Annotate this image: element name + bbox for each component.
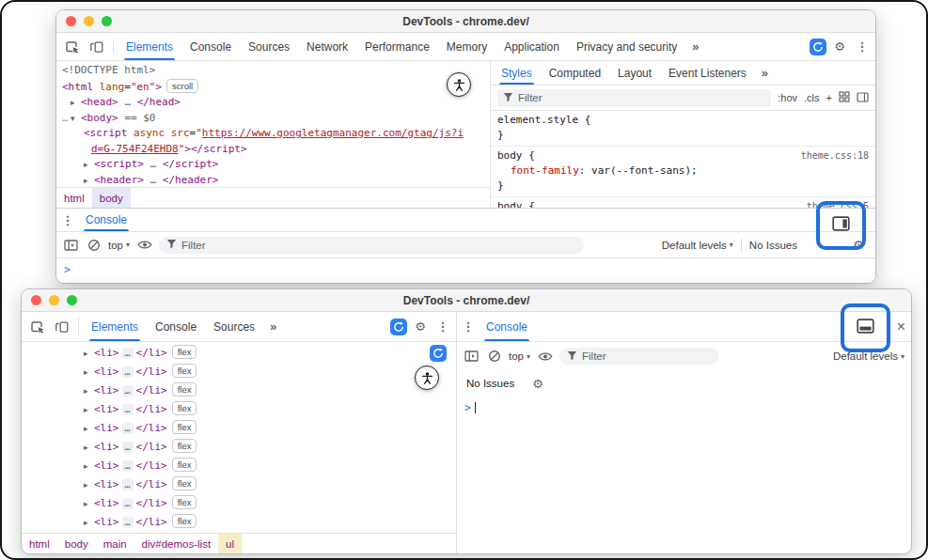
flex-badge[interactable]: flex xyxy=(172,514,197,528)
kebab-menu-icon[interactable]: ⋮ xyxy=(433,319,452,334)
expand-arrow-icon[interactable]: ▸ xyxy=(84,382,94,400)
tab-sources[interactable]: Sources xyxy=(205,312,263,341)
close-icon[interactable]: × xyxy=(897,319,905,334)
tab-elements[interactable]: Elements xyxy=(118,33,181,60)
breadcrumb-item-main[interactable]: main xyxy=(96,534,134,553)
dom-line-li[interactable]: ▸<li>…</li>flex xyxy=(84,381,456,400)
dom-line-li[interactable]: ▸<li>…</li>flex xyxy=(84,457,456,475)
tab-privacy-and-security[interactable]: Privacy and security xyxy=(568,33,685,60)
issues-counter[interactable]: No Issues xyxy=(749,240,797,251)
tab-styles[interactable]: Styles xyxy=(493,61,541,85)
expand-arrow-icon[interactable]: ▸ xyxy=(84,458,94,475)
device-toolbar-icon[interactable] xyxy=(85,33,109,60)
inline-expand-button[interactable]: … xyxy=(122,385,134,397)
accessibility-icon[interactable] xyxy=(447,72,471,97)
flex-badge[interactable]: flex xyxy=(172,439,197,453)
expand-arrow-icon[interactable]: ▸ xyxy=(84,364,94,381)
styles-filter[interactable] xyxy=(497,89,771,107)
more-tabs-button[interactable]: » xyxy=(755,61,775,85)
breadcrumb-item-body[interactable]: body xyxy=(92,188,131,208)
sync-circle-icon[interactable] xyxy=(390,319,407,335)
gtag-url-link[interactable]: https://www.googletagmanager.com/gtag/js… xyxy=(202,127,464,139)
dom-line-head[interactable]: ▸<head> … </head> xyxy=(62,95,490,111)
dom-line-li[interactable]: ▸<li>…</li>flex xyxy=(84,344,456,363)
console-settings-gear-icon[interactable]: ⚙ xyxy=(527,377,548,391)
flex-badge[interactable]: flex xyxy=(172,382,197,397)
expand-arrow-icon[interactable]: ▸ xyxy=(84,401,94,419)
more-tabs-button[interactable]: » xyxy=(685,33,705,60)
tab-performance[interactable]: Performance xyxy=(356,33,438,60)
device-toolbar-icon[interactable] xyxy=(50,312,74,341)
flex-badge[interactable]: flex xyxy=(172,401,197,415)
clear-console-icon[interactable] xyxy=(86,237,102,253)
console-filter-input[interactable] xyxy=(582,350,712,362)
tab-computed[interactable]: Computed xyxy=(541,61,609,85)
dock-to-right-icon[interactable] xyxy=(832,216,850,235)
tab-application[interactable]: Application xyxy=(495,33,568,60)
expand-arrow-icon[interactable]: ▸ xyxy=(71,95,81,111)
gtag-url-link[interactable]: d=G-754F24EHD8 xyxy=(91,143,179,155)
tab-sources[interactable]: Sources xyxy=(240,33,298,60)
new-style-rule-button[interactable]: + xyxy=(826,92,832,103)
flex-badge[interactable]: flex xyxy=(172,364,197,378)
javascript-context-selector[interactable]: top▾ xyxy=(108,240,130,251)
sync-circle-icon[interactable] xyxy=(430,345,447,362)
expand-arrow-icon[interactable]: ▸ xyxy=(84,420,94,438)
dom-line-li[interactable]: ▸<li>…</li>flex xyxy=(84,513,456,532)
expand-arrow-icon[interactable]: ▸ xyxy=(84,439,94,457)
inline-expand-button[interactable]: … xyxy=(122,348,134,359)
stylesheet-link[interactable]: theme.css:18 xyxy=(801,148,869,163)
issues-counter[interactable]: No Issues xyxy=(466,378,514,389)
expand-arrow-icon[interactable]: ▸ xyxy=(84,495,94,513)
dom-line-html[interactable]: <html lang="en">scroll xyxy=(62,79,490,96)
tab-console[interactable]: Console xyxy=(147,312,205,341)
clear-console-icon[interactable] xyxy=(486,349,502,365)
dom-line-doctype[interactable]: <!DOCTYPE html> xyxy=(62,63,490,79)
expand-arrow-icon[interactable]: ▸ xyxy=(84,476,94,494)
css-property-value[interactable]: var(--font-sans); xyxy=(591,164,698,177)
inline-expand-button[interactable]: … xyxy=(122,366,134,378)
computed-sidebar-toggle-icon[interactable] xyxy=(857,89,869,106)
expand-arrow-icon[interactable]: ▸ xyxy=(84,157,94,173)
kebab-menu-icon[interactable]: ⋮ xyxy=(58,209,77,231)
minimize-window-button[interactable] xyxy=(84,16,94,26)
breadcrumb-item-html[interactable]: html xyxy=(56,188,92,208)
settings-gear-icon[interactable]: ⚙ xyxy=(410,319,431,334)
breadcrumb-item-div-demos-list[interactable]: div#demos-list xyxy=(134,534,219,553)
inline-expand-button[interactable]: … xyxy=(122,498,134,509)
expand-arrow-icon[interactable]: ▸ xyxy=(84,173,94,188)
grid-icon[interactable] xyxy=(839,89,850,106)
inline-expand-button[interactable]: … xyxy=(122,460,134,472)
default-levels-dropdown[interactable]: Default levels▾ xyxy=(662,240,733,251)
console-sidebar-icon[interactable] xyxy=(63,237,79,253)
flex-badge[interactable]: flex xyxy=(172,458,197,472)
tab-layout[interactable]: Layout xyxy=(609,61,660,85)
console-filter[interactable] xyxy=(559,348,719,365)
styles-filter-input[interactable] xyxy=(518,92,765,103)
console-filter-input[interactable] xyxy=(181,240,576,251)
breadcrumb-item-body[interactable]: body xyxy=(57,534,96,553)
dom-line-li[interactable]: ▸<li>…</li>flex xyxy=(84,532,456,533)
flex-badge[interactable]: flex xyxy=(172,345,197,359)
dom-line-script[interactable]: ▸<script> … </script> xyxy=(62,157,490,173)
expand-arrow-icon[interactable]: ▸ xyxy=(84,514,94,532)
collapse-arrow-icon[interactable]: ▾ xyxy=(71,111,81,127)
dom-line-header[interactable]: ▸<header> … </header> xyxy=(62,173,490,188)
accessibility-icon[interactable] xyxy=(415,366,439,390)
scroll-badge[interactable]: scroll xyxy=(166,79,198,93)
dom-line-li[interactable]: ▸<li>…</li>flex xyxy=(84,438,456,457)
dom-line-gtag-script[interactable]: <script async src="https://www.googletag… xyxy=(62,126,490,142)
console-prompt[interactable]: > xyxy=(457,397,911,553)
css-rule-element-style[interactable]: element.style { } xyxy=(491,111,875,147)
breadcrumb-item-html[interactable]: html xyxy=(22,534,57,553)
zoom-window-button[interactable] xyxy=(67,295,77,305)
expand-arrow-icon[interactable]: ▸ xyxy=(84,345,94,363)
dom-line-li[interactable]: ▸<li>…</li>flex xyxy=(84,494,456,513)
console-prompt[interactable]: > xyxy=(56,258,875,283)
dom-line-li[interactable]: ▸<li>…</li>flex xyxy=(84,400,456,419)
console-filter[interactable] xyxy=(159,237,584,254)
javascript-context-selector[interactable]: top▾ xyxy=(509,350,530,362)
more-tabs-button[interactable]: » xyxy=(263,312,283,341)
dock-to-bottom-icon[interactable] xyxy=(857,319,874,337)
inspect-element-icon[interactable] xyxy=(25,312,50,341)
